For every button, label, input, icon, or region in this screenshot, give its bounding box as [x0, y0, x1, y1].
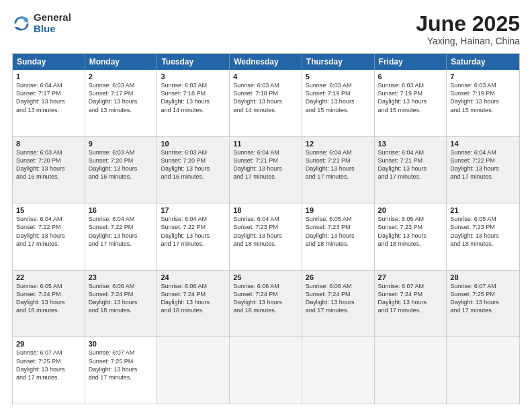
cell-info: Sunrise: 6:05 AM Sunset: 7:24 PM Dayligh… — [16, 282, 81, 315]
day-number: 27 — [378, 273, 443, 281]
day-number: 15 — [16, 206, 81, 214]
header-friday: Friday — [375, 54, 447, 70]
calendar: Sunday Monday Tuesday Wednesday Thursday… — [12, 53, 520, 404]
day-number: 20 — [378, 206, 443, 214]
day-number: 2 — [89, 73, 154, 81]
day-number: 19 — [306, 206, 371, 214]
cell-info: Sunrise: 6:04 AM Sunset: 7:21 PM Dayligh… — [378, 148, 443, 181]
calendar-cell: 21Sunrise: 6:05 AM Sunset: 7:23 PM Dayli… — [447, 203, 519, 270]
cell-info: Sunrise: 6:07 AM Sunset: 7:25 PM Dayligh… — [89, 349, 154, 381]
cell-info: Sunrise: 6:04 AM Sunset: 7:23 PM Dayligh… — [233, 215, 298, 248]
cell-info: Sunrise: 6:06 AM Sunset: 7:24 PM Dayligh… — [89, 282, 154, 315]
calendar-cell: 23Sunrise: 6:06 AM Sunset: 7:24 PM Dayli… — [85, 271, 158, 337]
cell-info: Sunrise: 6:05 AM Sunset: 7:23 PM Dayligh… — [306, 215, 371, 248]
calendar-cell: 25Sunrise: 6:06 AM Sunset: 7:24 PM Dayli… — [230, 271, 302, 337]
calendar-cell: 29Sunrise: 6:07 AM Sunset: 7:25 PM Dayli… — [13, 337, 85, 404]
cell-info: Sunrise: 6:03 AM Sunset: 7:19 PM Dayligh… — [306, 81, 371, 114]
calendar-cell — [375, 337, 447, 404]
day-number: 28 — [450, 273, 516, 281]
header-tuesday: Tuesday — [157, 54, 230, 70]
calendar-cell — [157, 337, 230, 404]
cell-info: Sunrise: 6:05 AM Sunset: 7:23 PM Dayligh… — [378, 215, 443, 248]
calendar-cell: 2Sunrise: 6:03 AM Sunset: 7:17 PM Daylig… — [85, 70, 158, 136]
calendar-cell: 9Sunrise: 6:03 AM Sunset: 7:20 PM Daylig… — [85, 137, 158, 203]
calendar-cell — [230, 337, 302, 404]
calendar-cell: 22Sunrise: 6:05 AM Sunset: 7:24 PM Dayli… — [13, 271, 85, 337]
cell-info: Sunrise: 6:06 AM Sunset: 7:24 PM Dayligh… — [306, 282, 371, 315]
calendar-cell: 14Sunrise: 6:04 AM Sunset: 7:22 PM Dayli… — [447, 137, 519, 203]
header-thursday: Thursday — [302, 54, 375, 70]
header: General Blue June 2025 Yaxing, Hainan, C… — [12, 12, 520, 46]
day-number: 1 — [16, 73, 81, 81]
calendar-cell: 5Sunrise: 6:03 AM Sunset: 7:19 PM Daylig… — [302, 70, 375, 136]
calendar-cell: 8Sunrise: 6:03 AM Sunset: 7:20 PM Daylig… — [13, 137, 85, 203]
cell-info: Sunrise: 6:04 AM Sunset: 7:22 PM Dayligh… — [16, 215, 81, 248]
day-number: 12 — [306, 140, 371, 148]
title-section: June 2025 Yaxing, Hainan, China — [416, 12, 520, 46]
cell-info: Sunrise: 6:04 AM Sunset: 7:22 PM Dayligh… — [450, 148, 516, 181]
cell-info: Sunrise: 6:07 AM Sunset: 7:25 PM Dayligh… — [450, 282, 516, 315]
calendar-cell: 28Sunrise: 6:07 AM Sunset: 7:25 PM Dayli… — [447, 271, 519, 337]
day-number: 26 — [306, 273, 371, 281]
day-number: 10 — [161, 140, 226, 148]
calendar-cell: 16Sunrise: 6:04 AM Sunset: 7:22 PM Dayli… — [85, 203, 158, 270]
day-number: 18 — [233, 206, 298, 214]
cell-info: Sunrise: 6:03 AM Sunset: 7:20 PM Dayligh… — [16, 148, 81, 181]
calendar-cell — [447, 337, 519, 404]
day-number: 8 — [16, 140, 81, 148]
calendar-cell: 12Sunrise: 6:04 AM Sunset: 7:21 PM Dayli… — [302, 137, 375, 203]
calendar-cell: 7Sunrise: 6:03 AM Sunset: 7:19 PM Daylig… — [447, 70, 519, 136]
cell-info: Sunrise: 6:07 AM Sunset: 7:25 PM Dayligh… — [16, 349, 81, 381]
page: General Blue June 2025 Yaxing, Hainan, C… — [0, 0, 532, 411]
week-row-4: 22Sunrise: 6:05 AM Sunset: 7:24 PM Dayli… — [13, 270, 519, 337]
header-wednesday: Wednesday — [230, 54, 302, 70]
day-number: 6 — [378, 73, 443, 81]
day-number: 22 — [16, 273, 81, 281]
calendar-cell: 6Sunrise: 6:03 AM Sunset: 7:19 PM Daylig… — [375, 70, 447, 136]
day-number: 7 — [450, 73, 516, 81]
calendar-cell: 19Sunrise: 6:05 AM Sunset: 7:23 PM Dayli… — [302, 203, 375, 270]
calendar-cell: 13Sunrise: 6:04 AM Sunset: 7:21 PM Dayli… — [375, 137, 447, 203]
cell-info: Sunrise: 6:03 AM Sunset: 7:19 PM Dayligh… — [378, 81, 443, 114]
calendar-title: June 2025 — [416, 12, 520, 36]
day-number: 30 — [89, 340, 154, 348]
calendar-cell — [302, 337, 375, 404]
logo-blue: Blue — [34, 24, 71, 35]
calendar-cell: 10Sunrise: 6:03 AM Sunset: 7:20 PM Dayli… — [157, 137, 230, 203]
header-sunday: Sunday — [13, 54, 85, 70]
cell-info: Sunrise: 6:03 AM Sunset: 7:17 PM Dayligh… — [89, 81, 154, 114]
day-number: 14 — [450, 140, 516, 148]
logo-general: General — [34, 12, 71, 24]
cell-info: Sunrise: 6:03 AM Sunset: 7:19 PM Dayligh… — [450, 81, 516, 114]
day-number: 13 — [378, 140, 443, 148]
cell-info: Sunrise: 6:03 AM Sunset: 7:20 PM Dayligh… — [161, 148, 226, 181]
calendar-body: 1Sunrise: 6:04 AM Sunset: 7:17 PM Daylig… — [13, 70, 519, 404]
calendar-cell: 11Sunrise: 6:04 AM Sunset: 7:21 PM Dayli… — [230, 137, 302, 203]
week-row-1: 1Sunrise: 6:04 AM Sunset: 7:17 PM Daylig… — [13, 70, 519, 136]
day-number: 3 — [161, 73, 226, 81]
calendar-cell: 24Sunrise: 6:06 AM Sunset: 7:24 PM Dayli… — [157, 271, 230, 337]
cell-info: Sunrise: 6:03 AM Sunset: 7:18 PM Dayligh… — [161, 81, 226, 114]
cell-info: Sunrise: 6:07 AM Sunset: 7:24 PM Dayligh… — [378, 282, 443, 315]
calendar-cell: 4Sunrise: 6:03 AM Sunset: 7:18 PM Daylig… — [230, 70, 302, 136]
calendar-cell: 15Sunrise: 6:04 AM Sunset: 7:22 PM Dayli… — [13, 203, 85, 270]
calendar-header: Sunday Monday Tuesday Wednesday Thursday… — [13, 54, 519, 70]
logo: General Blue — [12, 12, 71, 34]
week-row-5: 29Sunrise: 6:07 AM Sunset: 7:25 PM Dayli… — [13, 336, 519, 404]
day-number: 16 — [89, 206, 154, 214]
cell-info: Sunrise: 6:06 AM Sunset: 7:24 PM Dayligh… — [233, 282, 298, 315]
calendar-cell: 1Sunrise: 6:04 AM Sunset: 7:17 PM Daylig… — [13, 70, 85, 136]
calendar-cell: 30Sunrise: 6:07 AM Sunset: 7:25 PM Dayli… — [85, 337, 158, 404]
day-number: 23 — [89, 273, 154, 281]
logo-text: General Blue — [34, 12, 71, 34]
day-number: 4 — [233, 73, 298, 81]
calendar-cell: 27Sunrise: 6:07 AM Sunset: 7:24 PM Dayli… — [375, 271, 447, 337]
day-number: 24 — [161, 273, 226, 281]
logo-icon — [12, 14, 31, 33]
cell-info: Sunrise: 6:06 AM Sunset: 7:24 PM Dayligh… — [161, 282, 226, 315]
calendar-cell: 20Sunrise: 6:05 AM Sunset: 7:23 PM Dayli… — [375, 203, 447, 270]
day-number: 9 — [89, 140, 154, 148]
cell-info: Sunrise: 6:04 AM Sunset: 7:21 PM Dayligh… — [306, 148, 371, 181]
cell-info: Sunrise: 6:05 AM Sunset: 7:23 PM Dayligh… — [450, 215, 516, 248]
day-number: 29 — [16, 340, 81, 348]
